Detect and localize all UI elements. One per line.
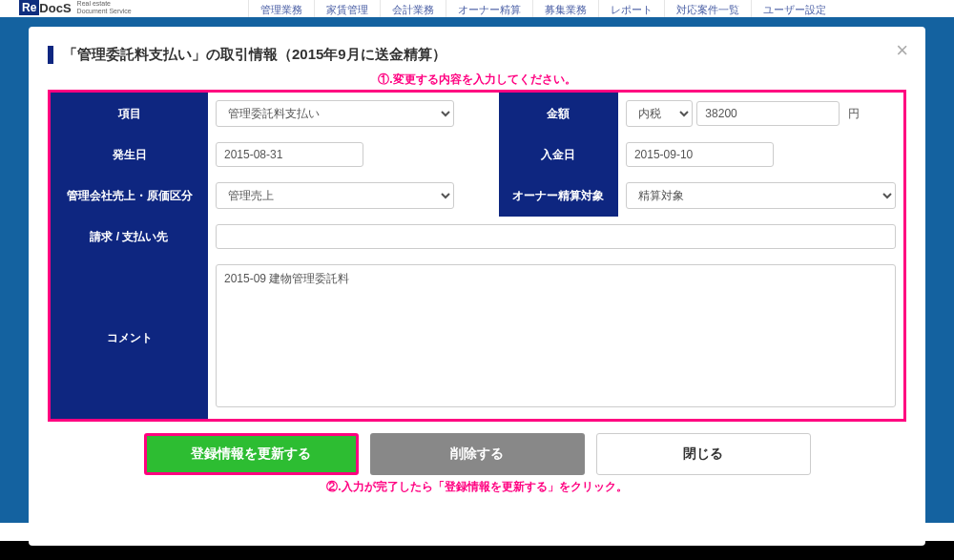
label-deposit-date: 入金日 (499, 135, 618, 175)
label-amount: 金額 (499, 93, 618, 135)
billing-to-input[interactable] (216, 224, 896, 249)
sales-category-select[interactable]: 管理売上 (216, 182, 454, 209)
amount-input[interactable] (696, 101, 840, 126)
close-button[interactable]: 閉じる (596, 433, 811, 475)
occurrence-date-input[interactable] (216, 142, 363, 167)
label-comment: コメント (51, 257, 208, 419)
label-sales-category: 管理会社売上・原価区分 (51, 175, 208, 217)
annotation-step1: ①.変更する内容を入力してください。 (48, 72, 906, 88)
tax-select[interactable]: 内税 (626, 100, 693, 127)
logo-main: DocS (39, 1, 71, 15)
logo: Re DocS Real estateDocument Service (19, 0, 132, 15)
transaction-modal: × 「管理委託料支払い」の取引情報（2015年9月に送金精算） ①.変更する内容… (29, 27, 925, 546)
owner-target-select[interactable]: 精算対象 (626, 182, 896, 209)
form-area: 項目 管理委託料支払い 金額 内税 円 発生日 (48, 90, 906, 422)
delete-button[interactable]: 削除する (370, 433, 585, 475)
logo-subtitle: Real estateDocument Service (77, 0, 132, 14)
form-table: 項目 管理委託料支払い 金額 内税 円 発生日 (51, 93, 903, 419)
modal-title: 「管理委託料支払い」の取引情報（2015年9月に送金精算） (48, 46, 906, 64)
update-button[interactable]: 登録情報を更新する (144, 433, 359, 475)
label-owner-target: オーナー精算対象 (499, 175, 618, 217)
deposit-date-input[interactable] (626, 142, 774, 167)
comment-textarea[interactable] (216, 264, 896, 407)
close-icon[interactable]: × (896, 38, 908, 63)
logo-prefix: Re (19, 0, 39, 15)
label-occurrence-date: 発生日 (51, 135, 208, 175)
amount-unit: 円 (848, 107, 860, 120)
item-select[interactable]: 管理委託料支払い (216, 100, 454, 127)
label-item: 項目 (51, 93, 208, 135)
button-row: 登録情報を更新する 削除する 閉じる (48, 433, 906, 475)
annotation-step2: ②.入力が完了したら「登録情報を更新する」をクリック。 (48, 479, 906, 495)
label-billing-to: 請求 / 支払い先 (51, 217, 208, 257)
